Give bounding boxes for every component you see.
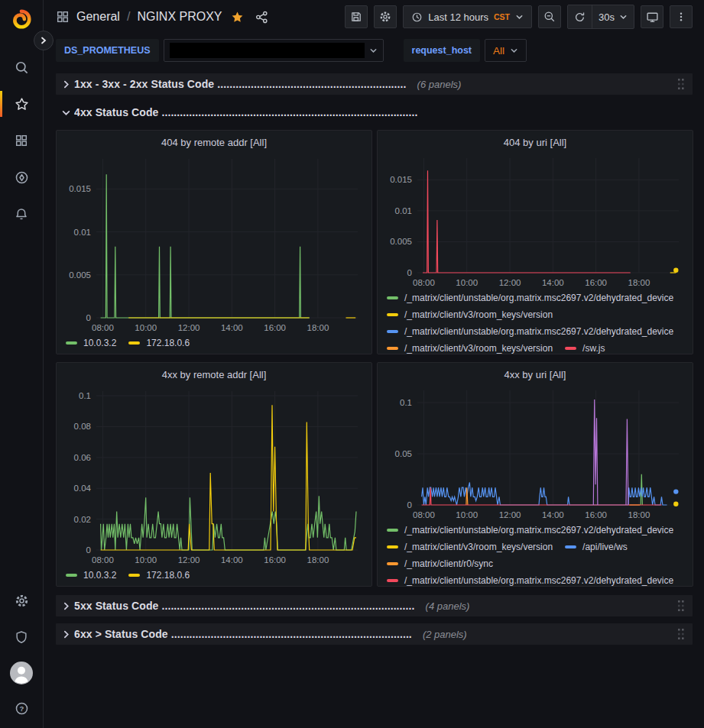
row-4xx-status-code[interactable]: 4xx Status Code ........................… bbox=[56, 102, 693, 123]
variable-select-ds[interactable] bbox=[164, 39, 384, 62]
sidebar-item-explore[interactable] bbox=[0, 159, 43, 196]
sidebar-item-configuration[interactable] bbox=[0, 583, 43, 619]
row-5xx-status-code[interactable]: 5xx Status Code ........................… bbox=[56, 595, 693, 616]
refresh-interval-select[interactable]: 30s bbox=[592, 5, 634, 28]
chevron-down-icon bbox=[369, 47, 378, 55]
chart-svg: 00.0050.010.01508:0010:0012:0014:0016:00… bbox=[63, 153, 365, 335]
row-6xx-status-code[interactable]: 6xx > Status Code ......................… bbox=[56, 623, 693, 645]
legend-label: 10.0.3.2 bbox=[83, 338, 116, 348]
legend-label: 172.18.0.6 bbox=[146, 338, 190, 348]
svg-text:0.02: 0.02 bbox=[74, 515, 91, 524]
chart-4xx-by-remote-addr[interactable]: 00.020.040.060.080.108:0010:0012:0014:00… bbox=[63, 385, 365, 567]
chevron-right-icon bbox=[62, 80, 74, 89]
svg-text:0.06: 0.06 bbox=[74, 453, 91, 462]
svg-text:12:00: 12:00 bbox=[178, 323, 200, 332]
time-range-picker[interactable]: Last 12 hours CST bbox=[403, 5, 532, 28]
legend-label: /_matrix/client/v3/room_keys/version bbox=[404, 309, 553, 320]
variable-select-request-host[interactable]: All bbox=[485, 39, 527, 62]
refresh-button[interactable] bbox=[568, 5, 592, 28]
compass-icon bbox=[15, 170, 29, 185]
legend-swatch bbox=[128, 574, 140, 577]
row-drag-handle[interactable] bbox=[677, 600, 685, 612]
user-avatar bbox=[10, 662, 33, 684]
grafana-app: ? General / NGINX PROXY bbox=[0, 0, 704, 728]
chevron-down-icon bbox=[62, 108, 74, 117]
more-options-button[interactable] bbox=[670, 5, 693, 28]
save-icon bbox=[350, 11, 362, 23]
redacted-value bbox=[170, 43, 365, 58]
legend-label: 172.18.0.6 bbox=[146, 570, 190, 581]
page-title[interactable]: NGINX PROXY bbox=[137, 10, 222, 24]
row-panel-count: (6 panels) bbox=[417, 79, 462, 90]
star-icon bbox=[15, 97, 29, 112]
panel-title[interactable]: 4xx by uri [All] bbox=[384, 367, 686, 384]
chevron-down-icon bbox=[515, 13, 524, 21]
cycle-view-mode-button[interactable] bbox=[641, 5, 663, 28]
sidebar-expand-button[interactable] bbox=[34, 31, 54, 50]
sidebar-item-profile[interactable] bbox=[0, 655, 43, 691]
legend-item[interactable]: 10.0.3.2 bbox=[66, 567, 116, 584]
legend-label: /_matrix/client/unstable/org.matrix.msc2… bbox=[404, 293, 673, 303]
share-icon[interactable] bbox=[255, 11, 268, 24]
dashboard-settings-button[interactable] bbox=[374, 5, 397, 28]
favorite-star-icon[interactable] bbox=[231, 11, 244, 24]
svg-text:0.08: 0.08 bbox=[74, 422, 91, 431]
save-dashboard-button[interactable] bbox=[345, 5, 368, 28]
legend-label: /_matrix/client/v3/room_keys/version bbox=[404, 542, 553, 552]
variable-label-ds: DS_PROMETHEUS bbox=[56, 39, 159, 62]
legend-item[interactable]: /_matrix/client/unstable/org.matrix.msc2… bbox=[387, 522, 673, 539]
row-1xx-3xx-2xx-status-code[interactable]: 1xx - 3xx - 2xx Status Code ............… bbox=[56, 73, 693, 95]
chart-4xx-by-uri[interactable]: 00.050.108:0010:0012:0014:0016:0018:00 bbox=[384, 384, 686, 522]
zoom-out-button[interactable] bbox=[538, 5, 561, 28]
svg-text:18:00: 18:00 bbox=[307, 555, 329, 565]
legend-swatch bbox=[565, 347, 576, 350]
sidebar-item-alerting[interactable] bbox=[0, 196, 43, 232]
svg-text:16:00: 16:00 bbox=[264, 555, 286, 565]
legend-item[interactable]: 172.18.0.6 bbox=[128, 335, 190, 351]
chart-404-by-remote-addr[interactable]: 00.0050.010.01508:0010:0012:0014:0016:00… bbox=[63, 153, 365, 335]
svg-text:0.015: 0.015 bbox=[69, 184, 91, 193]
row-drag-handle[interactable] bbox=[677, 78, 685, 90]
breadcrumb-separator: / bbox=[127, 10, 130, 24]
clock-icon bbox=[411, 11, 423, 23]
sidebar-item-search[interactable] bbox=[0, 49, 43, 86]
zoom-out-icon bbox=[543, 11, 556, 23]
panel-title[interactable]: 404 by uri [All] bbox=[384, 134, 686, 152]
legend-item[interactable]: 172.18.0.6 bbox=[128, 567, 190, 584]
chevron-right-icon bbox=[40, 37, 47, 44]
legend-swatch bbox=[387, 545, 398, 548]
legend-item[interactable]: /_matrix/client/v3/room_keys/version bbox=[387, 306, 553, 323]
panel-grid: 404 by remote addr [All] 00.0050.010.015… bbox=[56, 130, 693, 587]
legend-item[interactable]: /api/live/ws bbox=[565, 539, 628, 555]
chevron-down-icon bbox=[619, 13, 628, 21]
legend-swatch bbox=[565, 545, 576, 548]
legend-item[interactable]: 10.0.3.2 bbox=[66, 335, 116, 351]
svg-text:0.1: 0.1 bbox=[79, 391, 91, 400]
svg-text:10:00: 10:00 bbox=[135, 555, 157, 565]
legend-item[interactable]: /_matrix/client/r0/sync bbox=[387, 555, 493, 572]
panel-title[interactable]: 4xx by remote addr [All] bbox=[63, 367, 365, 385]
legend-item[interactable]: /_matrix/client/unstable/org.matrix.msc2… bbox=[387, 323, 673, 340]
variable-value: All bbox=[493, 45, 504, 57]
sidebar-item-help[interactable]: ? bbox=[0, 691, 43, 726]
svg-text:08:00: 08:00 bbox=[92, 323, 114, 332]
legend-swatch bbox=[387, 313, 398, 316]
legend-item[interactable]: /_matrix/client/v3/room_keys/version bbox=[387, 340, 553, 354]
breadcrumb-folder[interactable]: General bbox=[76, 10, 120, 24]
legend-item[interactable]: /_matrix/client/v3/room_keys/version bbox=[387, 539, 553, 555]
grafana-logo-icon[interactable] bbox=[10, 8, 33, 31]
legend-label: /_matrix/client/unstable/org.matrix.msc2… bbox=[404, 575, 673, 586]
svg-text:0: 0 bbox=[86, 545, 91, 555]
legend-swatch bbox=[66, 341, 77, 345]
chart-404-by-uri[interactable]: 00.0050.010.01508:0010:0012:0014:0016:00… bbox=[384, 152, 686, 290]
row-drag-handle[interactable] bbox=[677, 628, 685, 640]
search-icon bbox=[15, 60, 29, 75]
legend-label: /_matrix/client/unstable/org.matrix.msc2… bbox=[404, 326, 673, 337]
legend-item[interactable]: /_matrix/client/unstable/org.matrix.msc2… bbox=[387, 572, 673, 586]
sidebar-item-starred[interactable] bbox=[0, 86, 43, 122]
sidebar-item-dashboards[interactable] bbox=[0, 122, 43, 159]
legend-item[interactable]: /_matrix/client/unstable/org.matrix.msc2… bbox=[387, 290, 673, 306]
legend-item[interactable]: /sw.js bbox=[565, 340, 605, 354]
panel-title[interactable]: 404 by remote addr [All] bbox=[63, 134, 365, 153]
sidebar-item-server-admin[interactable] bbox=[0, 619, 43, 655]
